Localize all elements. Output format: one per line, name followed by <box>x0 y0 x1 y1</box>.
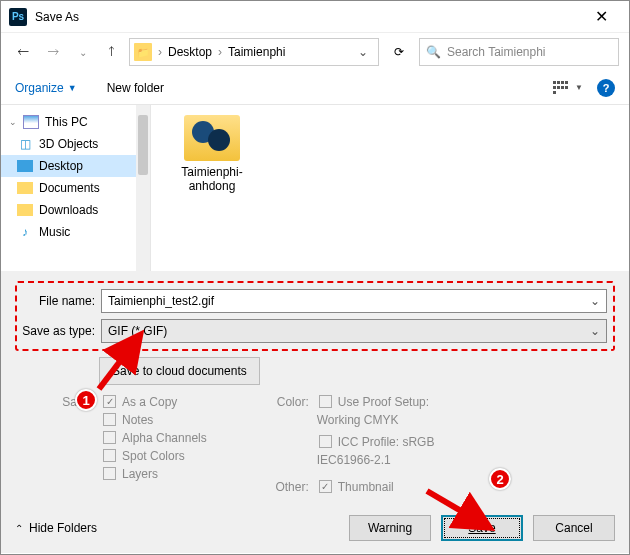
refresh-button[interactable]: ⟳ <box>385 38 413 66</box>
search-icon: 🔍 <box>426 45 441 59</box>
app-icon: Ps <box>9 8 27 26</box>
sidebar-item-downloads[interactable]: Downloads <box>1 199 150 221</box>
checkbox-as-a-copy[interactable] <box>103 395 116 408</box>
new-folder-button[interactable]: New folder <box>107 81 164 95</box>
pc-icon <box>23 115 39 129</box>
warning-button[interactable]: Warning <box>349 515 431 541</box>
window-title: Save As <box>35 10 581 24</box>
file-browser: ⌄ This PC ◫ 3D Objects Desktop Documents <box>1 105 629 271</box>
chevron-right-icon: › <box>216 45 224 59</box>
checkbox-layers[interactable] <box>103 467 116 480</box>
checkbox-thumbnail[interactable] <box>319 480 332 493</box>
annotation-arrow-2 <box>421 485 501 535</box>
annotation-badge-2: 2 <box>489 468 511 490</box>
filename-label: File name: <box>17 294 95 308</box>
up-button[interactable]: 🡑 <box>101 45 123 59</box>
breadcrumb-desktop[interactable]: Desktop <box>168 45 212 59</box>
sidebar-item-desktop[interactable]: Desktop <box>1 155 150 177</box>
cancel-button[interactable]: Cancel <box>533 515 615 541</box>
chevron-down-icon: ⌄ <box>9 117 17 127</box>
chevron-right-icon: › <box>156 45 164 59</box>
search-placeholder: Search Taimienphi <box>447 45 546 59</box>
cube-icon: ◫ <box>17 137 33 151</box>
desktop-icon <box>17 160 33 172</box>
sidebar-item-label: Downloads <box>39 203 98 217</box>
address-bar[interactable]: 📁 › Desktop › Taimienphi ⌄ <box>129 38 379 66</box>
other-opts-label: Other: <box>267 480 309 494</box>
tree: ⌄ This PC ◫ 3D Objects Desktop Documents <box>1 111 150 243</box>
checkbox-alpha-channels[interactable] <box>103 431 116 444</box>
filetype-select[interactable]: GIF (*.GIF) ⌄ <box>101 319 607 343</box>
svg-line-3 <box>427 491 485 525</box>
folder-icon <box>184 115 240 161</box>
chevron-down-icon[interactable]: ⌄ <box>590 294 600 308</box>
view-options-button[interactable] <box>553 81 571 95</box>
checkbox-spot-colors[interactable] <box>103 449 116 462</box>
checkbox-notes[interactable] <box>103 413 116 426</box>
checkbox-proof-setup[interactable] <box>319 395 332 408</box>
scrollbar[interactable] <box>136 105 150 271</box>
folder-label: Taimienphi-anhdong <box>167 165 257 194</box>
sidebar-item-documents[interactable]: Documents <box>1 177 150 199</box>
sidebar-item-label: 3D Objects <box>39 137 98 151</box>
sidebar: ⌄ This PC ◫ 3D Objects Desktop Documents <box>1 105 151 271</box>
save-options: Save: As a Copy Notes Alpha Channels Spo… <box>55 395 615 494</box>
sidebar-item-music[interactable]: ♪ Music <box>1 221 150 243</box>
navbar: 🡐 🡒 ⌄ 🡑 📁 › Desktop › Taimienphi ⌄ ⟳ 🔍 S… <box>1 33 629 71</box>
folder-item-taimienphi-anhdong[interactable]: Taimienphi-anhdong <box>167 115 257 194</box>
folder-icon <box>17 204 33 216</box>
folder-icon: 📁 <box>134 43 152 61</box>
titlebar: Ps Save As ✕ <box>1 1 629 33</box>
sidebar-item-label: Music <box>39 225 70 239</box>
color-opts-label: Color: <box>267 395 309 409</box>
save-as-dialog: Ps Save As ✕ 🡐 🡒 ⌄ 🡑 📁 › Desktop › Taimi… <box>0 0 630 555</box>
sidebar-item-this-pc[interactable]: ⌄ This PC <box>1 111 150 133</box>
music-icon: ♪ <box>17 225 33 239</box>
organize-button[interactable]: Organize ▼ <box>15 81 77 95</box>
checkbox-icc-profile[interactable] <box>319 435 332 448</box>
recent-dropdown[interactable]: ⌄ <box>71 40 95 64</box>
address-dropdown[interactable]: ⌄ <box>352 45 374 59</box>
chevron-down-icon: ▼ <box>575 83 583 92</box>
forward-button[interactable]: 🡒 <box>41 40 65 64</box>
hide-folders-button[interactable]: ⌃ Hide Folders <box>15 521 97 535</box>
bottom-bar: ⌃ Hide Folders Warning Save Cancel <box>15 515 615 541</box>
form-area: File name: Taimienphi_test2.gif ⌄ Save a… <box>1 271 629 553</box>
filename-input[interactable]: Taimienphi_test2.gif ⌄ <box>101 289 607 313</box>
file-list[interactable]: Taimienphi-anhdong <box>151 105 629 271</box>
sidebar-item-label: Documents <box>39 181 100 195</box>
sidebar-item-3d-objects[interactable]: ◫ 3D Objects <box>1 133 150 155</box>
folder-icon <box>17 182 33 194</box>
toolbar: Organize ▼ New folder ▼ ? <box>1 71 629 105</box>
search-input[interactable]: 🔍 Search Taimienphi <box>419 38 619 66</box>
back-button[interactable]: 🡐 <box>11 40 35 64</box>
chevron-down-icon[interactable]: ⌄ <box>590 324 600 338</box>
chevron-up-icon: ⌃ <box>15 523 23 534</box>
annotation-badge-1: 1 <box>75 389 97 411</box>
annotation-arrow-1 <box>93 329 153 395</box>
close-button[interactable]: ✕ <box>581 7 621 26</box>
svg-line-1 <box>99 339 137 389</box>
sidebar-item-label: This PC <box>45 115 88 129</box>
help-button[interactable]: ? <box>597 79 615 97</box>
chevron-down-icon: ▼ <box>68 83 77 93</box>
breadcrumb-taimienphi[interactable]: Taimienphi <box>228 45 285 59</box>
filetype-label: Save as type: <box>17 324 95 338</box>
sidebar-item-label: Desktop <box>39 159 83 173</box>
